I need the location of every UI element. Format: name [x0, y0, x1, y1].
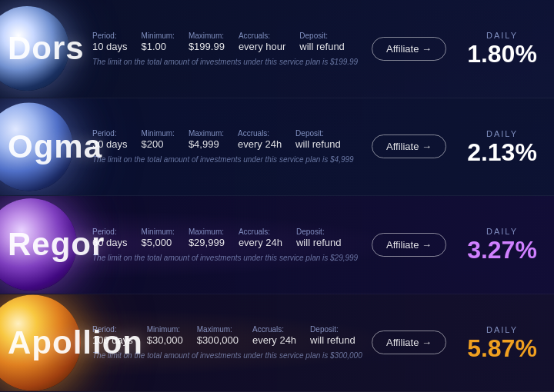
plan-right-apollion: Affiliate → DAILY 5.87%: [372, 325, 554, 360]
plan-content-apollion: Period: 100 days Minimum: $30,000 Maximu…: [92, 319, 372, 366]
stat-period-apollion: Period: 100 days: [92, 325, 133, 346]
plan-right-dors: Affiliate → DAILY 1.80%: [372, 31, 554, 66]
plan-content-ogma: Period: 30 days Minimum: $200 Maximum: $…: [92, 123, 372, 170]
stat-accruals-ogma: Accruals: every 24h: [238, 129, 282, 150]
plan-limit-regor: The limit on the total amount of investm…: [92, 254, 372, 262]
stat-period-regor: Period: 60 days: [92, 228, 128, 248]
daily-label-apollion: DAILY: [462, 325, 542, 334]
plan-content-dors: Period: 10 days Minimum: $1.00 Maximum: …: [92, 25, 372, 72]
stat-minimum-dors: Minimum: $1.00: [142, 32, 175, 52]
daily-label-ogma: DAILY: [462, 129, 542, 138]
daily-value-dors: 1.80%: [462, 42, 542, 66]
plan-right-regor: Affiliate → DAILY 3.27%: [372, 227, 554, 262]
stat-deposit-apollion: Deposit: will refund: [310, 325, 355, 346]
stat-minimum-apollion: Minimum: $30,000: [147, 325, 183, 346]
stat-period-dors: Period: 10 days: [92, 32, 128, 52]
daily-value-ogma: 2.13%: [462, 140, 542, 164]
stat-deposit-regor: Deposit: will refund: [296, 228, 342, 248]
stat-maximum-ogma: Maximum: $4,999: [189, 129, 224, 150]
plan-name-ogma: Ogma: [8, 128, 102, 165]
plan-stats-regor: Period: 60 days Minimum: $5,000 Maximum:…: [92, 228, 372, 248]
stat-accruals-regor: Accruals: every 24h: [239, 228, 282, 248]
daily-section-regor: DAILY 3.27%: [462, 227, 554, 262]
daily-label-dors: DAILY: [462, 31, 542, 40]
stat-deposit-ogma: Deposit: will refund: [295, 129, 341, 150]
daily-label-regor: DAILY: [462, 227, 542, 236]
affiliate-button-ogma[interactable]: Affiliate →: [372, 135, 446, 158]
daily-section-dors: DAILY 1.80%: [462, 31, 554, 66]
plan-limit-ogma: The limit on the total amount of investm…: [92, 155, 372, 164]
stat-maximum-dors: Maximum: $199.99: [189, 32, 225, 52]
plan-card-regor: Regor Period: 60 days Minimum: $5,000 Ma…: [0, 196, 554, 294]
daily-value-regor: 3.27%: [462, 238, 542, 262]
plan-name-regor: Regor: [8, 226, 105, 263]
daily-section-ogma: DAILY 2.13%: [462, 129, 554, 164]
plan-stats-dors: Period: 10 days Minimum: $1.00 Maximum: …: [92, 32, 372, 52]
plan-stats-ogma: Period: 30 days Minimum: $200 Maximum: $…: [92, 129, 372, 150]
plan-limit-dors: The limit on the total amount of investm…: [92, 58, 372, 66]
affiliate-button-regor[interactable]: Affiliate →: [372, 233, 446, 257]
plan-name-dors: Dors: [8, 30, 85, 67]
stat-minimum-regor: Minimum: $5,000: [142, 228, 175, 248]
affiliate-button-dors[interactable]: Affiliate →: [372, 37, 446, 61]
affiliate-button-apollion[interactable]: Affiliate →: [372, 331, 446, 354]
plan-limit-apollion: The limit on the total amount of investm…: [92, 351, 372, 360]
stat-deposit-dors: Deposit: will refund: [299, 32, 345, 52]
plan-right-ogma: Affiliate → DAILY 2.13%: [372, 129, 554, 164]
plan-content-regor: Period: 60 days Minimum: $5,000 Maximum:…: [92, 221, 372, 268]
plan-card-dors: Dors Period: 10 days Minimum: $1.00 Maxi…: [0, 0, 554, 98]
plans-container: Dors Period: 10 days Minimum: $1.00 Maxi…: [0, 0, 554, 392]
plan-stats-apollion: Period: 100 days Minimum: $30,000 Maximu…: [92, 325, 372, 346]
stat-accruals-dors: Accruals: every hour: [239, 32, 285, 52]
plan-card-ogma: Ogma Period: 30 days Minimum: $200 Maxim…: [0, 98, 554, 197]
stat-minimum-ogma: Minimum: $200: [142, 129, 175, 150]
stat-period-ogma: Period: 30 days: [92, 129, 128, 150]
daily-section-apollion: DAILY 5.87%: [462, 325, 554, 360]
stat-maximum-regor: Maximum: $29,999: [189, 228, 225, 248]
stat-accruals-apollion: Accruals: every 24h: [252, 325, 296, 346]
stat-maximum-apollion: Maximum: $300,000: [197, 325, 239, 346]
plan-card-apollion: Apollion Period: 100 days Minimum: $30,0…: [0, 294, 554, 393]
daily-value-apollion: 5.87%: [462, 336, 542, 360]
